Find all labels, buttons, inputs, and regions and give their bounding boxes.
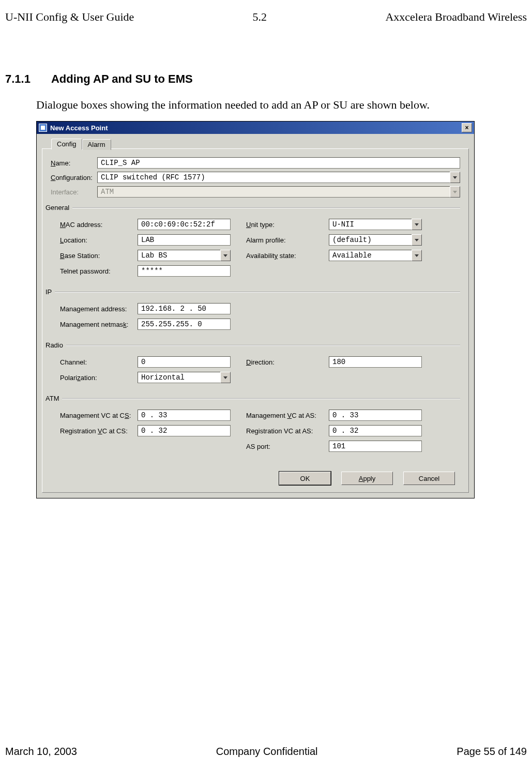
- reg-vc-as-label: Registration VC at AS:: [231, 427, 329, 435]
- name-input[interactable]: CLIP_S AP: [97, 157, 460, 169]
- dialog-title: New Access Point: [50, 124, 108, 132]
- header-right: Axxcelera Broadband Wireless: [385, 10, 527, 24]
- interface-select: ATM: [97, 186, 450, 198]
- apply-button[interactable]: Apply: [341, 472, 393, 485]
- footer-center: Company Confidential: [216, 746, 318, 758]
- mac-label: MAC address:: [60, 221, 138, 229]
- dropdown-arrow-icon[interactable]: [412, 219, 422, 230]
- dropdown-arrow-icon: [450, 186, 460, 198]
- availability-select[interactable]: Available: [329, 250, 412, 261]
- group-atm: ATM: [45, 395, 460, 402]
- close-button[interactable]: ×: [462, 123, 472, 132]
- config-panel: Name: Name: CLIP_S AP Configuration: Con…: [42, 148, 469, 493]
- channel-label: Channel:: [60, 358, 138, 366]
- section-intro: Dialogue boxes showing the information n…: [36, 98, 527, 112]
- telnet-password-input[interactable]: *****: [138, 265, 231, 277]
- reg-vc-cs-label: Registration VC at CS:: [60, 427, 138, 435]
- section-title: Adding AP and SU to EMS: [51, 72, 193, 86]
- location-label: Location:: [60, 236, 138, 244]
- mgmt-mask-label: Management netmask:: [60, 321, 138, 328]
- mgmt-address-input[interactable]: 192.168. 2 . 50: [138, 303, 231, 314]
- page-footer: March 10, 2003 Company Confidential Page…: [5, 746, 527, 758]
- dropdown-arrow-icon[interactable]: [220, 250, 231, 261]
- group-atm-title: ATM: [45, 395, 62, 402]
- mgmt-addr-label: Management address:: [60, 305, 138, 313]
- base-station-select[interactable]: Lab BS: [138, 250, 221, 261]
- mgmt-vc-cs-input[interactable]: 0 . 33: [138, 410, 231, 421]
- tab-strip: Config Alarm: [51, 138, 469, 149]
- tab-alarm[interactable]: Alarm: [82, 139, 111, 150]
- dialog-button-row: OK Apply Apply Cancel: [51, 472, 460, 485]
- reg-vc-as-input[interactable]: 0 . 32: [329, 425, 422, 436]
- unit-type-select[interactable]: U-NII: [329, 219, 412, 230]
- location-input[interactable]: LAB: [138, 234, 231, 246]
- header-left: U-NII Config & User Guide: [5, 10, 134, 24]
- as-port-label: AS port:: [231, 443, 329, 450]
- footer-right: Page 55 of 149: [457, 746, 527, 758]
- polarization-select[interactable]: Horizontal: [138, 372, 221, 383]
- channel-input[interactable]: 0: [138, 356, 231, 368]
- page-header: U-NII Config & User Guide 5.2 Axxcelera …: [5, 10, 527, 26]
- configuration-label: Configuration:: [51, 174, 97, 181]
- alarm-profile-select[interactable]: (default): [329, 234, 412, 246]
- mgmt-vc-as-label: Management VC at AS:: [231, 412, 329, 419]
- dropdown-arrow-icon[interactable]: [220, 372, 231, 383]
- mac-input[interactable]: 00:c0:69:0c:52:2f: [138, 219, 231, 230]
- close-icon: ×: [465, 124, 468, 131]
- direction-input[interactable]: 180: [329, 356, 422, 368]
- app-icon: [39, 124, 47, 132]
- dropdown-arrow-icon[interactable]: [412, 250, 422, 261]
- interface-label: Interface:: [51, 188, 97, 196]
- configuration-select[interactable]: CLIP switched (RFC 1577): [97, 172, 450, 183]
- footer-left: March 10, 2003: [5, 746, 77, 758]
- header-center: 5.2: [253, 10, 267, 24]
- reg-vc-cs-input[interactable]: 0 . 32: [138, 425, 231, 436]
- availability-label: Availability state:: [231, 252, 329, 260]
- telnet-label: Telnet password:: [60, 267, 138, 275]
- dropdown-arrow-icon[interactable]: [412, 234, 422, 246]
- cancel-button[interactable]: Cancel: [403, 472, 455, 485]
- mgmt-vc-cs-label: Management VC at CS:: [60, 412, 138, 419]
- alarm-profile-label: Alarm profile:: [231, 236, 329, 244]
- polarization-label: Polarization:: [60, 374, 138, 382]
- dropdown-arrow-icon[interactable]: [450, 172, 460, 183]
- mgmt-vc-as-input[interactable]: 0 . 33: [329, 410, 422, 421]
- section-heading: 7.1.1 Adding AP and SU to EMS: [5, 72, 527, 86]
- tab-config[interactable]: Config: [51, 139, 82, 149]
- group-general-title: General: [45, 204, 72, 211]
- group-radio-title: Radio: [45, 341, 66, 349]
- ok-button[interactable]: OK: [279, 472, 331, 485]
- direction-label: Direction:: [231, 358, 329, 366]
- group-ip: IP: [45, 288, 460, 296]
- group-radio: Radio: [45, 341, 460, 349]
- as-port-input[interactable]: 101: [329, 441, 422, 452]
- unit-type-label: Unit type:: [231, 221, 329, 229]
- mgmt-netmask-input[interactable]: 255.255.255. 0: [138, 319, 231, 330]
- group-general: General: [45, 204, 460, 211]
- name-label: Name:: [51, 159, 97, 167]
- dialog-titlebar[interactable]: New Access Point ×: [37, 122, 474, 134]
- base-station-label: Base Station:: [60, 252, 138, 260]
- group-ip-title: IP: [45, 288, 55, 296]
- section-number: 7.1.1: [5, 72, 31, 86]
- new-access-point-dialog: New Access Point × Config Alarm Name: Na…: [36, 121, 475, 498]
